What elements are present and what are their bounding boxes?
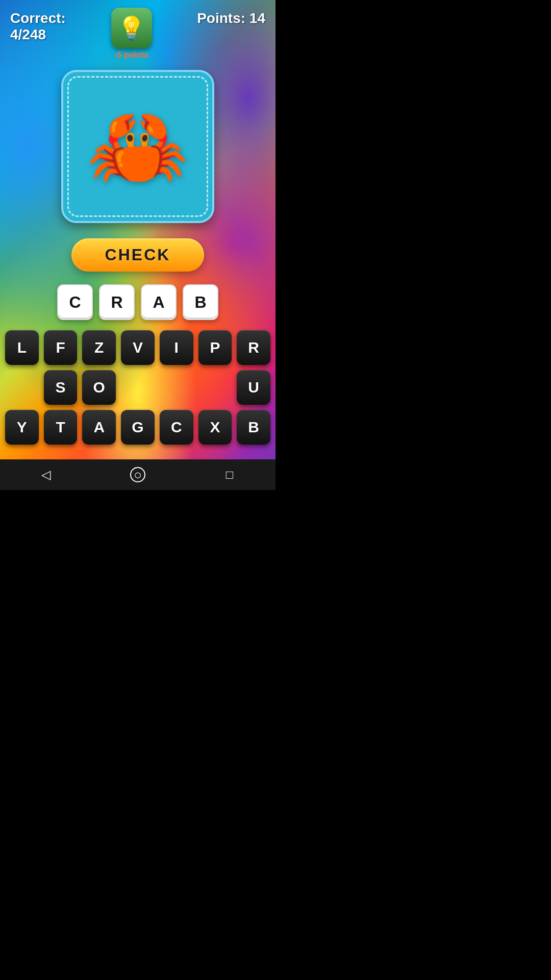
key-G[interactable]: G: [121, 410, 155, 445]
key-P[interactable]: P: [198, 330, 232, 365]
key-I[interactable]: I: [160, 330, 193, 365]
key-L[interactable]: L: [5, 330, 39, 365]
correct-label: Correct: 4/248: [10, 10, 66, 43]
key-X[interactable]: X: [198, 410, 232, 445]
check-button[interactable]: CHECK: [71, 238, 204, 272]
nav-bar: [0, 459, 276, 490]
key-V[interactable]: V: [121, 330, 155, 365]
key-C[interactable]: C: [160, 410, 193, 445]
header: Correct: 4/248 💡 -5 points Points: 14: [0, 5, 276, 60]
key-S[interactable]: S: [44, 370, 78, 405]
keyboard-row-1: L F Z V I P R: [5, 330, 270, 365]
crab-image: 🦀: [87, 106, 189, 187]
key-Y[interactable]: Y: [5, 410, 39, 445]
key-T[interactable]: T: [44, 410, 78, 445]
answer-row: C R A B: [57, 284, 218, 320]
answer-tile-0[interactable]: C: [57, 284, 93, 320]
key-F[interactable]: F: [44, 330, 78, 365]
lightbulb-icon: 💡: [117, 15, 145, 41]
hint-container: 💡 -5 points: [111, 8, 152, 60]
hint-button[interactable]: 💡: [111, 8, 152, 48]
points-label: Points: 14: [197, 10, 265, 27]
nav-back-button[interactable]: [33, 464, 59, 485]
correct-container: Correct: 4/248: [10, 10, 66, 43]
key-R[interactable]: R: [237, 330, 270, 365]
nav-home-button[interactable]: [125, 464, 151, 485]
keyboard: L F Z V I P R S O U Y T A G C X B: [0, 330, 276, 445]
hint-cost: -5 points: [114, 51, 148, 60]
key-U[interactable]: U: [237, 370, 270, 405]
image-card: 🦀: [61, 70, 214, 223]
keyboard-row-2: S O U: [5, 370, 270, 405]
nav-recent-button[interactable]: [217, 464, 242, 485]
keyboard-row-3: Y T A G C X B: [5, 410, 270, 445]
key-O[interactable]: O: [82, 370, 116, 405]
key-A[interactable]: A: [82, 410, 116, 445]
key-B[interactable]: B: [237, 410, 270, 445]
answer-tile-1[interactable]: R: [99, 284, 135, 320]
answer-tile-2[interactable]: A: [141, 284, 177, 320]
answer-tile-3[interactable]: B: [183, 284, 218, 320]
key-Z[interactable]: Z: [82, 330, 116, 365]
